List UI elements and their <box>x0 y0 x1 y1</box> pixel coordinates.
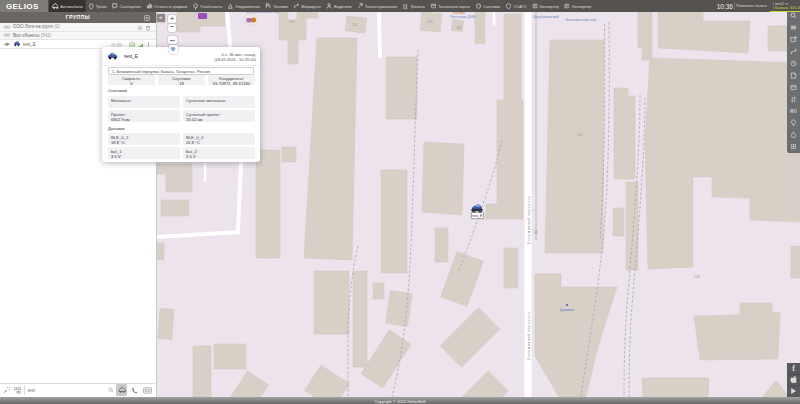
svg-text:Щербаковский: Щербаковский <box>533 15 559 19</box>
svg-text:141: 141 <box>456 26 462 30</box>
svg-text:134: 134 <box>694 275 700 279</box>
svg-text:Щербаковский пер.: Щербаковский пер. <box>246 12 280 14</box>
svg-text:114: 114 <box>577 133 583 137</box>
svg-text:Безымянный переулок: Безымянный переулок <box>527 312 531 360</box>
svg-text:Безымянный переулок: Безымянный переулок <box>527 196 531 244</box>
svg-text:Технопарк ДЭМ: Технопарк ДЭМ <box>450 15 476 19</box>
svg-text:141: 141 <box>352 23 358 27</box>
svg-text:141: 141 <box>289 20 295 24</box>
svg-text:141: 141 <box>427 20 433 24</box>
svg-text:Дорожная: Дорожная <box>560 308 574 312</box>
svg-text:Безымянный пер.: Безымянный пер. <box>566 18 597 22</box>
